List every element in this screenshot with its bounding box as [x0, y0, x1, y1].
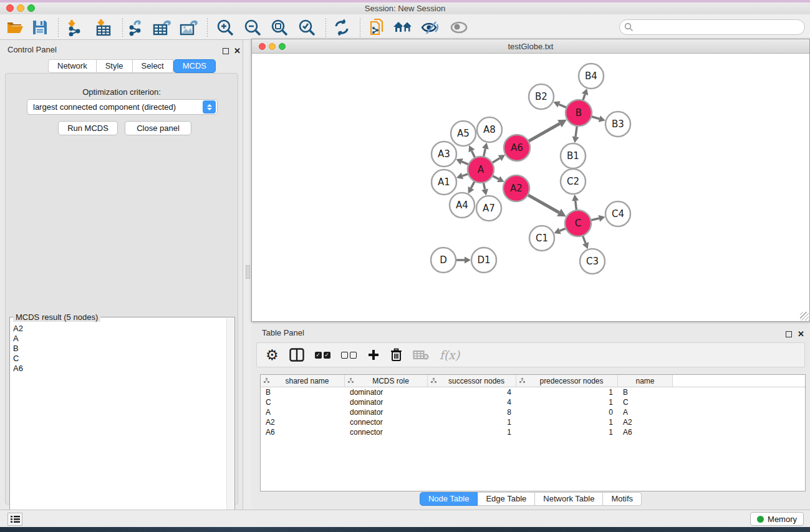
mcds-result-item[interactable]: A2	[11, 324, 223, 334]
show-column-panel-icon[interactable]	[289, 346, 304, 364]
column-header-label: name	[618, 377, 672, 385]
table-body: Bdominator41BCdominator41CAdominator80AA…	[261, 387, 805, 437]
minimize-network-button[interactable]	[269, 43, 276, 50]
table-row[interactable]: A6connector11A6	[261, 427, 805, 437]
memory-status-icon	[757, 516, 764, 523]
run-mcds-button[interactable]: Run MCDS	[58, 121, 118, 135]
shared-column-icon	[519, 378, 526, 384]
search-field[interactable]	[619, 19, 805, 35]
graph-edge-arrowhead	[599, 215, 605, 222]
table-row[interactable]: Cdominator41C	[261, 397, 805, 407]
close-window-button[interactable]	[6, 4, 14, 12]
column-header[interactable]: shared name	[261, 375, 345, 387]
tab-style[interactable]: Style	[97, 59, 133, 73]
table-row[interactable]: A2connector11A2	[261, 417, 805, 427]
mcds-result-item[interactable]: A	[11, 334, 223, 344]
network-graph-canvas[interactable]: AA1A2A3A4A5A6A7A8BB1B2B3B4CC1C2C3C4DD1	[252, 54, 809, 321]
control-panel-title: Control Panel	[7, 45, 57, 54]
save-session-button[interactable]	[29, 17, 51, 37]
show-all-button[interactable]	[448, 17, 470, 37]
tab-network-table[interactable]: Network Table	[535, 492, 603, 506]
graph-node-label: D1	[477, 254, 490, 266]
float-table-panel-icon[interactable]	[786, 329, 792, 340]
column-header-label: MCDS role	[354, 377, 427, 385]
mcds-result-item[interactable]: B	[11, 344, 223, 354]
table-cell: 0	[516, 407, 618, 417]
mcds-list-scrollbar[interactable]	[226, 318, 234, 531]
graph-edge-arrowhead	[465, 257, 471, 264]
table-cell: dominator	[345, 397, 428, 407]
table-panel: Table Panel ✕ ⚙ ✓✓	[251, 324, 810, 510]
open-folder-icon	[6, 19, 24, 36]
graph-node-label: A7	[483, 203, 495, 214]
column-header[interactable]: successor nodes	[428, 375, 516, 387]
show-eye-icon	[449, 20, 469, 35]
search-input[interactable]	[634, 21, 804, 34]
create-column-icon[interactable]	[367, 346, 380, 364]
table-cell: 1	[428, 417, 516, 427]
zoom-fit-button[interactable]	[269, 17, 290, 37]
table-cell: A2	[618, 417, 673, 427]
zoom-selected-icon	[297, 18, 316, 37]
export-image-button[interactable]	[179, 17, 200, 37]
tab-network[interactable]: Network	[48, 59, 97, 73]
table-row[interactable]: Bdominator41B	[261, 387, 805, 397]
table-cell: dominator	[345, 407, 428, 417]
delete-columns-trash-icon[interactable]	[390, 346, 402, 364]
close-table-panel-icon[interactable]: ✕	[798, 328, 804, 339]
graph-edge-arrowhead	[572, 195, 579, 201]
open-file-button[interactable]	[4, 17, 26, 37]
select-all-icon[interactable]: ✓✓	[315, 346, 330, 364]
graph-node-label: B4	[585, 70, 597, 82]
first-neighbors-button[interactable]	[393, 17, 414, 37]
minimize-window-button[interactable]	[17, 4, 24, 12]
mcds-result-item[interactable]: C	[11, 354, 223, 364]
table-cell: connector	[345, 427, 428, 437]
mcds-result-item[interactable]: A6	[11, 364, 223, 374]
hide-selected-button[interactable]	[420, 17, 441, 37]
float-panel-icon[interactable]	[223, 46, 229, 57]
export-network-button[interactable]	[125, 17, 147, 37]
zoom-fit-icon	[270, 18, 289, 37]
column-header[interactable]: MCDS role	[345, 375, 428, 387]
node-table: shared nameMCDS rolesuccessor nodesprede…	[260, 374, 806, 491]
import-network-button[interactable]	[65, 17, 86, 37]
column-header[interactable]: predecessor nodes	[516, 375, 618, 387]
column-header-label: shared name	[270, 377, 344, 385]
zoom-in-button[interactable]	[215, 17, 236, 37]
network-window-title: testGlobe.txt	[252, 39, 809, 54]
column-header-label: successor nodes	[437, 377, 516, 385]
table-options-gear-icon[interactable]: ⚙	[266, 346, 279, 364]
apply-layout-button[interactable]	[331, 17, 352, 37]
main-toolbar	[0, 14, 810, 40]
tab-mcds[interactable]: MCDS	[173, 59, 216, 73]
tab-select[interactable]: Select	[133, 59, 173, 73]
tab-edge-table[interactable]: Edge Table	[478, 492, 535, 506]
zoom-network-button[interactable]	[279, 43, 286, 50]
column-header[interactable]: name	[618, 375, 673, 387]
unselect-all-icon[interactable]	[341, 346, 357, 364]
criterion-dropdown[interactable]: largest connected component (directed)	[27, 99, 218, 115]
houses-icon	[393, 19, 414, 36]
new-network-from-selection-button[interactable]	[367, 17, 388, 37]
panel-splitter-handle[interactable]	[246, 265, 250, 279]
table-row[interactable]: Adominator80A	[261, 407, 805, 417]
search-icon	[624, 22, 634, 32]
graph-edge-A2-C[interactable]	[527, 194, 559, 212]
close-panel-icon[interactable]: ✕	[234, 45, 241, 56]
tab-node-table[interactable]: Node Table	[420, 492, 478, 506]
close-network-button[interactable]	[259, 43, 266, 50]
export-table-button[interactable]	[152, 17, 173, 37]
tab-motifs[interactable]: Motifs	[603, 492, 642, 506]
task-history-button[interactable]	[7, 513, 22, 526]
close-panel-button[interactable]: Close panel	[125, 121, 191, 135]
graph-edge-A6-B[interactable]	[528, 123, 560, 142]
table-cell: 1	[428, 427, 516, 437]
resize-grip-icon[interactable]	[800, 312, 809, 321]
zoom-out-button[interactable]	[242, 17, 263, 37]
memory-button[interactable]: Memory	[750, 512, 804, 526]
import-table-button[interactable]	[93, 17, 114, 37]
zoom-selected-button[interactable]	[296, 17, 317, 37]
toolbar-separator	[122, 18, 123, 37]
zoom-window-button[interactable]	[27, 4, 35, 12]
